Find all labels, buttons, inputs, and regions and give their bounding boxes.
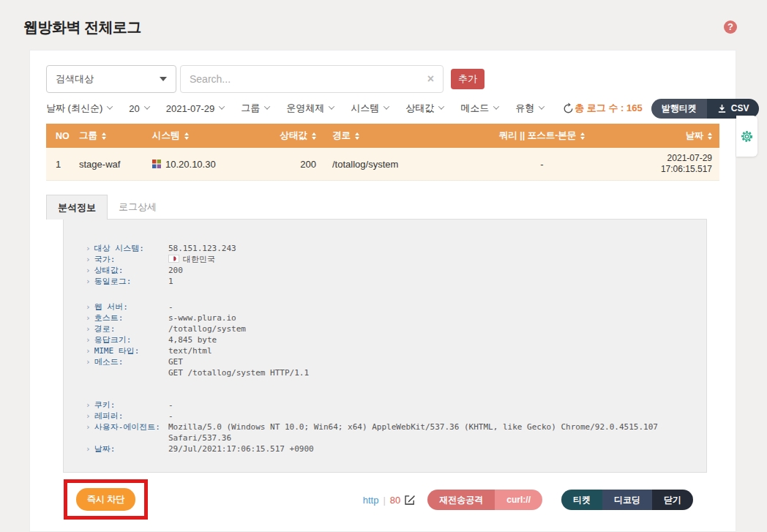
cell-date-time: 17:06:15.517: [628, 164, 712, 175]
field-label: 레퍼러:: [94, 411, 124, 421]
col-system[interactable]: 시스템: [152, 130, 262, 142]
filter-row: 날짜 (최신순) 20 2021-07-29 그룹 운영체제 시스템 상태값 메…: [46, 99, 722, 118]
settings-side-tab[interactable]: [736, 116, 757, 157]
col-query[interactable]: 쿼리 || 포스트-본문: [456, 130, 628, 142]
filter-label: 메소드: [460, 102, 489, 115]
filter-status[interactable]: 상태값: [405, 102, 444, 115]
col-status[interactable]: 상태값: [262, 130, 321, 142]
field-value: Mozilla/5.0 (Windows NT 10.0; Win64; x64…: [168, 422, 659, 443]
decode-button[interactable]: 디코딩: [602, 490, 652, 510]
filter-os[interactable]: 운영체제: [286, 102, 334, 115]
search-input[interactable]: Search... ×: [180, 65, 444, 93]
port-value: 80: [390, 495, 400, 506]
filter-label: 유형: [515, 102, 534, 115]
sort-icon: [102, 132, 106, 140]
clear-search-icon[interactable]: ×: [427, 72, 434, 86]
edit-icon[interactable]: [404, 494, 416, 506]
field-value: GET: [168, 356, 183, 367]
filter-sort-date[interactable]: 날짜 (최신순): [46, 102, 112, 115]
refresh-icon[interactable]: [562, 102, 575, 115]
field-marker: ›: [86, 411, 91, 421]
filter-label: 날짜 (최신순): [46, 102, 102, 115]
table-header: NO 그룹 시스템 상태값 경로 쿼리 || 포스트-본문 날짜: [46, 124, 719, 148]
chevron-down-icon: [144, 103, 150, 109]
download-icon: [717, 104, 727, 113]
chevron-down-icon: [219, 103, 225, 109]
filter-label: 시스템: [351, 102, 379, 115]
field-country: ›국가: 대한민국: [86, 254, 706, 265]
ticket-button[interactable]: 티켓: [561, 490, 602, 510]
field-request-line: GET /totallog/system HTTP/1.1: [86, 367, 706, 378]
cell-date: 2021-07-29 17:06:15.517: [628, 153, 719, 175]
chevron-down-icon: [329, 103, 334, 109]
col-path[interactable]: 경로: [321, 130, 456, 142]
filter-page-size[interactable]: 20: [129, 103, 149, 114]
chevron-down-icon: [438, 103, 444, 109]
field-web-server: ›웹 서버: -: [86, 301, 706, 312]
filter-date[interactable]: 2021-07-29: [166, 103, 225, 114]
field-response-size: ›응답크기: 4,845 byte: [86, 334, 706, 345]
field-path: ›경로: /totallog/system: [86, 323, 706, 334]
search-category-label: 검색대상: [56, 72, 94, 86]
filter-label: 상태값: [405, 102, 434, 115]
field-label: 날짜:: [94, 444, 116, 454]
table-row[interactable]: 1 stage-waf 10.20.10.30 200 /totallog/sy…: [46, 148, 719, 181]
issue-ticket-button[interactable]: 발행티켓: [651, 99, 707, 119]
field-value: -: [168, 301, 173, 312]
field-marker: ›: [86, 266, 91, 275]
cell-date-day: 2021-07-29: [628, 153, 712, 164]
field-user-agent: ›사용자-에이전트: Mozilla/5.0 (Windows NT 10.0;…: [86, 422, 706, 443]
field-marker: ›: [86, 422, 91, 432]
chevron-down-icon: [539, 103, 545, 109]
close-button[interactable]: 닫기: [652, 490, 693, 510]
field-marker: ›: [86, 244, 91, 253]
help-icon[interactable]: ?: [724, 20, 737, 34]
curl-button[interactable]: curl://: [495, 490, 542, 510]
col-group-label: 그룹: [79, 130, 97, 142]
csv-label: CSV: [731, 103, 749, 113]
filter-group[interactable]: 그룹: [241, 102, 269, 115]
cell-system-ip: 10.20.10.30: [165, 159, 216, 170]
field-target-system: ›대상 시스템: 58.151.123.243: [86, 243, 706, 254]
tab-log-detail[interactable]: 로그상세: [108, 195, 168, 220]
footer-actions: http | 80 재전송공격 curl:// 티켓 디코딩 닫기: [363, 490, 693, 510]
field-label: 응답크기:: [94, 335, 132, 345]
chevron-down-icon: [493, 103, 499, 109]
field-mime-type: ›MIME 타입: text/html: [86, 345, 706, 356]
col-group[interactable]: 그룹: [79, 130, 152, 142]
col-date[interactable]: 날짜: [628, 130, 719, 141]
sort-icon: [355, 132, 359, 140]
block-button-highlight: 즉시 차단: [64, 479, 148, 520]
add-button[interactable]: 추가: [451, 69, 484, 89]
scheme-link[interactable]: http: [363, 495, 379, 506]
sort-icon: [312, 132, 316, 140]
field-value: 29/Jul/2021:17:06:15.517 +0900: [168, 443, 314, 454]
cell-query: -: [456, 159, 628, 170]
field-marker: ›: [86, 357, 91, 367]
tab-analysis-info[interactable]: 분석정보: [46, 195, 108, 220]
chevron-down-icon: [384, 103, 389, 109]
field-value: text/html: [168, 345, 212, 356]
sort-icon: [580, 132, 585, 140]
filter-system[interactable]: 시스템: [351, 102, 389, 115]
field-value: /totallog/system: [168, 323, 246, 334]
search-category-select[interactable]: 검색대상: [46, 65, 176, 93]
field-marker: ›: [86, 302, 91, 312]
field-referer: ›레퍼러: -: [86, 411, 706, 422]
field-marker: ›: [86, 277, 91, 286]
gear-icon: [740, 130, 754, 143]
field-label: 호스트:: [94, 313, 124, 323]
filter-type[interactable]: 유형: [515, 102, 544, 115]
field-marker: ›: [86, 444, 91, 454]
field-label: 사용자-에이전트:: [94, 422, 160, 432]
field-label: MIME 타입:: [94, 346, 140, 356]
field-label: 쿠키:: [94, 400, 116, 410]
detail-tabs: 분석정보 로그상세: [46, 195, 168, 220]
cell-system: 10.20.10.30: [152, 159, 262, 170]
cell-group: stage-waf: [79, 159, 152, 170]
sort-icon: [184, 132, 189, 140]
field-value: s-www.plura.io: [168, 312, 236, 323]
resend-attack-button[interactable]: 재전송공격: [427, 490, 495, 510]
immediate-block-button[interactable]: 즉시 차단: [76, 488, 135, 511]
filter-method[interactable]: 메소드: [460, 102, 498, 115]
